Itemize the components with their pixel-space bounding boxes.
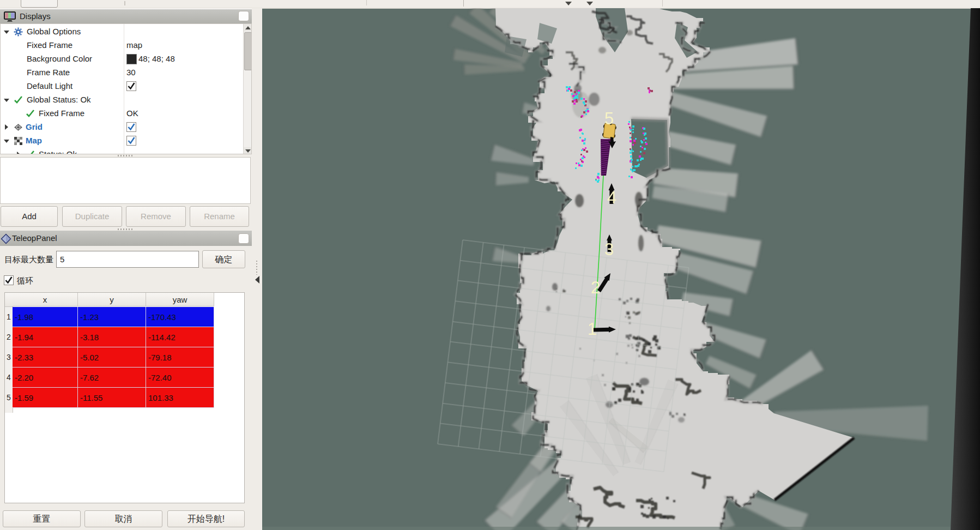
svg-text:4: 4 bbox=[607, 188, 616, 207]
svg-text:3: 3 bbox=[604, 240, 614, 259]
svg-text:5: 5 bbox=[604, 109, 614, 128]
svg-text:2: 2 bbox=[591, 278, 600, 297]
svg-text:1: 1 bbox=[588, 320, 597, 339]
